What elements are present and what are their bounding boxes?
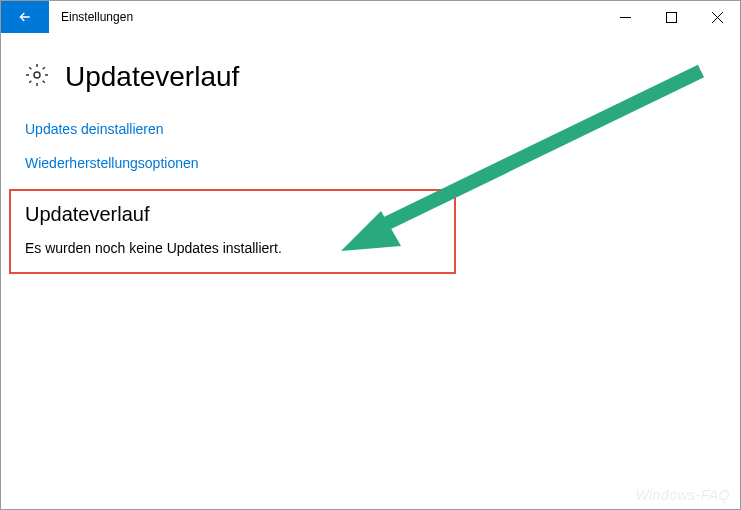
minimize-icon [620, 12, 631, 23]
close-icon [712, 12, 723, 23]
maximize-button[interactable] [648, 1, 694, 33]
svg-point-4 [34, 72, 40, 78]
window-title: Einstellungen [49, 1, 602, 33]
content-area: Updateverlauf Updates deinstallieren Wie… [1, 33, 740, 294]
highlight-annotation-box: Updateverlauf Es wurden noch keine Updat… [9, 189, 456, 274]
maximize-icon [666, 12, 677, 23]
page-title: Updateverlauf [65, 61, 239, 93]
close-button[interactable] [694, 1, 740, 33]
link-uninstall-updates[interactable]: Updates deinstallieren [25, 121, 716, 137]
gear-icon [25, 63, 49, 91]
titlebar: Einstellungen [1, 1, 740, 33]
page-header: Updateverlauf [25, 61, 716, 93]
watermark-text: Windows-FAQ [635, 487, 730, 503]
svg-rect-1 [666, 12, 676, 22]
arrow-left-icon [17, 9, 33, 25]
window-controls [602, 1, 740, 33]
section-heading: Updateverlauf [25, 203, 440, 226]
minimize-button[interactable] [602, 1, 648, 33]
section-body-text: Es wurden noch keine Updates installiert… [25, 240, 440, 256]
back-button[interactable] [1, 1, 49, 33]
link-recovery-options[interactable]: Wiederherstellungsoptionen [25, 155, 716, 171]
